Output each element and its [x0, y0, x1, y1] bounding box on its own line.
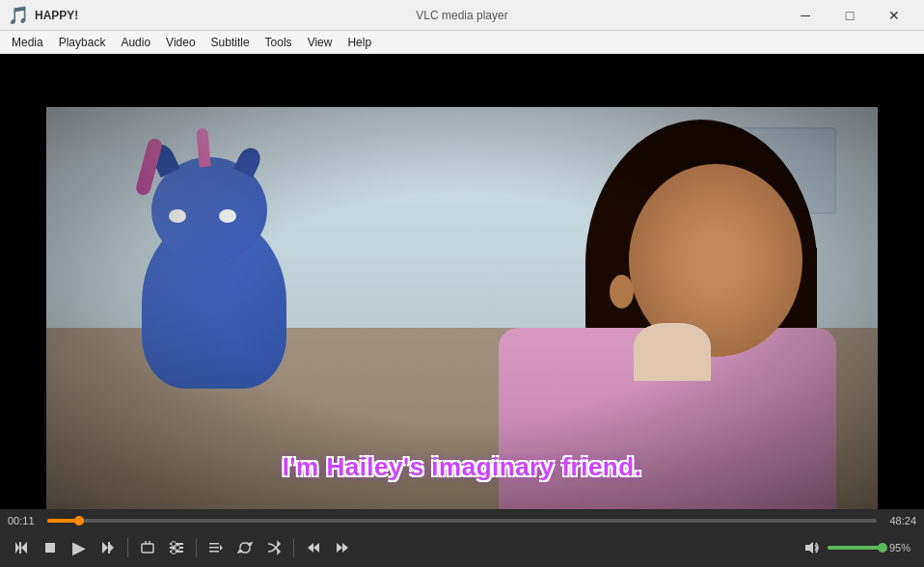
skip-back-button[interactable]	[300, 534, 327, 561]
random-button[interactable]	[260, 534, 287, 561]
svg-point-13	[172, 542, 177, 547]
svg-marker-0	[15, 542, 19, 554]
svg-marker-23	[278, 550, 280, 554]
volume-percent: 95%	[889, 542, 916, 554]
vlc-cone-icon: 🎵	[8, 5, 29, 26]
title-left: 🎵 HAPPY!	[8, 5, 78, 26]
svg-point-14	[176, 546, 180, 551]
menu-tools[interactable]: Tools	[258, 31, 300, 54]
svg-marker-22	[278, 542, 280, 546]
letterbox-top	[0, 54, 924, 107]
menu-subtitle[interactable]: Subtitle	[204, 31, 258, 54]
svg-rect-18	[209, 551, 219, 553]
svg-rect-3	[45, 543, 55, 553]
extended-settings-button[interactable]	[163, 534, 190, 561]
progress-area: 00:11 48:24	[0, 509, 924, 530]
svg-rect-7	[142, 544, 153, 553]
time-total: 48:24	[883, 515, 916, 526]
buttons-row: ▶	[0, 530, 924, 565]
volume-area: 95%	[801, 534, 916, 561]
fullscreen-button[interactable]	[134, 534, 161, 561]
video-frame: I'm Hailey's imaginary friend.	[0, 54, 924, 509]
svg-rect-6	[108, 542, 110, 554]
volume-fill	[828, 546, 883, 550]
progress-handle	[74, 516, 84, 526]
player-title: VLC media player	[416, 9, 507, 22]
menu-help[interactable]: Help	[340, 31, 379, 54]
title-controls: ─ □ ✕	[783, 0, 916, 31]
letterbox-left	[0, 54, 46, 509]
svg-marker-28	[805, 542, 813, 554]
separator-2	[196, 538, 197, 557]
volume-slider[interactable]	[828, 546, 885, 550]
svg-marker-21	[238, 550, 242, 553]
svg-point-15	[172, 550, 177, 554]
menu-bar: Media Playback Audio Video Subtitle Tool…	[0, 31, 924, 54]
letterbox-right	[878, 54, 924, 509]
separator-1	[127, 538, 128, 557]
menu-media[interactable]: Media	[4, 31, 51, 54]
svg-rect-17	[209, 547, 219, 549]
svg-rect-1	[19, 542, 21, 554]
title-bar: 🎵 HAPPY! VLC media player ─ □ ✕	[0, 0, 924, 31]
previous-track-button[interactable]	[8, 534, 35, 561]
svg-marker-26	[337, 543, 342, 553]
svg-marker-20	[248, 543, 252, 546]
svg-marker-25	[308, 543, 313, 553]
video-area[interactable]: I'm Hailey's imaginary friend.	[0, 54, 924, 509]
maximize-button[interactable]: □	[828, 0, 872, 31]
menu-video[interactable]: Video	[158, 31, 203, 54]
svg-marker-2	[21, 542, 27, 554]
skip-forward-button[interactable]	[329, 534, 356, 561]
menu-playback[interactable]: Playback	[51, 31, 114, 54]
close-button[interactable]: ✕	[872, 0, 916, 31]
next-track-button[interactable]	[95, 534, 122, 561]
volume-handle	[878, 543, 887, 553]
separator-3	[293, 538, 294, 557]
svg-marker-4	[102, 542, 108, 554]
svg-marker-19	[220, 545, 223, 551]
subtitle-text: I'm Hailey's imaginary friend.	[283, 452, 642, 482]
menu-view[interactable]: View	[300, 31, 340, 54]
app-name-label: HAPPY!	[35, 9, 78, 22]
svg-marker-24	[313, 543, 319, 553]
scene-content: I'm Hailey's imaginary friend.	[46, 107, 878, 509]
stop-button[interactable]	[37, 534, 64, 561]
play-button[interactable]: ▶	[66, 534, 93, 561]
svg-rect-16	[209, 543, 219, 545]
loop-button[interactable]	[231, 534, 258, 561]
controls-bar: 00:11 48:24 ▶	[0, 509, 924, 567]
time-current: 00:11	[8, 515, 41, 526]
playlist-button[interactable]	[203, 534, 230, 561]
minimize-button[interactable]: ─	[783, 0, 828, 31]
volume-button[interactable]	[801, 534, 824, 561]
svg-marker-27	[342, 543, 348, 553]
menu-audio[interactable]: Audio	[113, 31, 158, 54]
progress-track[interactable]	[47, 519, 877, 523]
